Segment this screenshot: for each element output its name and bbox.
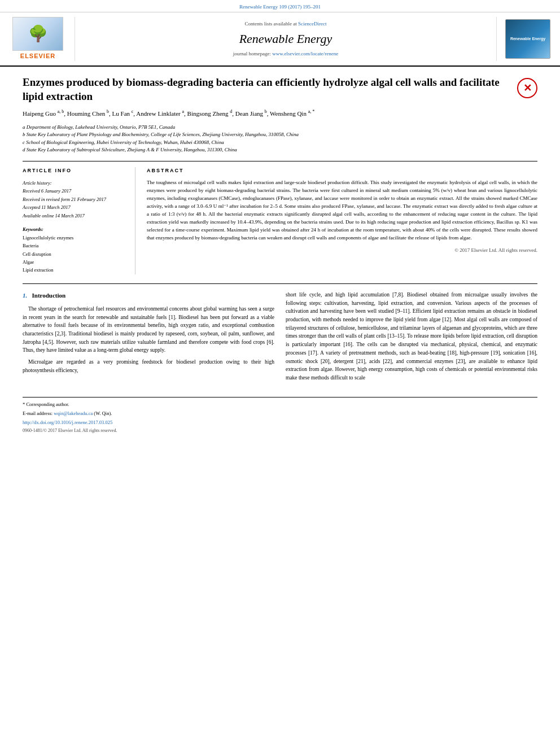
- keywords-section: Keywords: Lignocellulolytic enzymes Bact…: [23, 225, 128, 274]
- email-line: E-mail address: wqin@lakeheadu.ca (W. Qi…: [23, 410, 537, 417]
- doi-line: http://dx.doi.org/10.1016/j.renene.2017.…: [23, 419, 537, 426]
- intro-para2: Microalgae are regarded as a very promis…: [23, 358, 274, 374]
- abstract-text: The toughness of microalgal cell walls m…: [147, 179, 537, 242]
- author-dean: Dean Jiang b,: [235, 110, 270, 117]
- page: Renewable Energy 109 (2017) 195–201 ELSE…: [0, 0, 560, 747]
- author-lu: Lu Fan c,: [112, 110, 137, 117]
- keyword-1: Lignocellulolytic enzymes: [23, 234, 128, 242]
- doi-link[interactable]: http://dx.doi.org/10.1016/j.renene.2017.…: [23, 420, 112, 425]
- elsevier-tree-icon: [12, 17, 63, 51]
- issn-line: 0960-1481/© 2017 Elsevier Ltd. All right…: [23, 427, 537, 434]
- intro-para3: short life cycle, and high lipid accumul…: [286, 291, 537, 382]
- journal-header: ELSEVIER Contents lists available at Sci…: [0, 12, 560, 67]
- journal-ref-text: Renewable Energy 109 (2017) 195–201: [239, 4, 321, 10]
- abstract-col: ABSTRACT The toughness of microalgal cel…: [147, 167, 537, 274]
- elsevier-logo: ELSEVIER: [12, 17, 63, 61]
- affiliation-c: c School of Biological Engineering, Hube…: [23, 139, 537, 147]
- elsevier-logo-area: ELSEVIER: [7, 17, 69, 61]
- email-person: (W. Qin).: [94, 410, 112, 416]
- keywords-label: Keywords:: [23, 225, 128, 233]
- authors-line: Haipeng Guo a, b, Houming Chen b, Lu Fan…: [23, 109, 537, 119]
- sciencedirect-link[interactable]: ScienceDirect: [298, 21, 326, 27]
- intro-two-col: 1. Introduction The shortage of petroche…: [23, 283, 537, 386]
- homepage-label: journal homepage:: [233, 51, 271, 56]
- author-wensheng: Wensheng Qin a, *: [270, 110, 314, 117]
- author-houming: Houming Chen b,: [67, 110, 112, 117]
- revised-date: Received in revised form 21 February 201…: [23, 195, 128, 203]
- crossmark-area[interactable]: ✕: [517, 78, 537, 98]
- email-link[interactable]: wqin@lakeheadu.ca: [54, 410, 93, 416]
- re-logo-area: Renewable Energy: [502, 17, 553, 61]
- corresponding-note: * Corresponding author.: [23, 401, 537, 408]
- intro-number: 1.: [23, 292, 30, 299]
- intro-para1: The shortage of petrochemical fuel resou…: [23, 305, 274, 355]
- elsevier-brand-text: ELSEVIER: [20, 52, 55, 61]
- received-date: Received 6 January 2017: [23, 187, 128, 195]
- homepage-line: journal homepage: www.elsevier.com/locat…: [233, 50, 338, 58]
- keyword-4: Algae: [23, 258, 128, 266]
- journal-title-area: Contents lists available at ScienceDirec…: [75, 17, 497, 61]
- homepage-url[interactable]: www.elsevier.com/locate/renene: [272, 51, 338, 56]
- history-label: Article history:: [23, 179, 128, 187]
- journal-reference-bar: Renewable Energy 109 (2017) 195–201: [0, 0, 560, 12]
- article-history: Article history: Received 6 January 2017…: [23, 179, 128, 220]
- renewable-energy-logo: Renewable Energy: [505, 19, 550, 59]
- article-info-col: ARTICLE INFO Article history: Received 6…: [23, 167, 135, 274]
- email-label: E-mail address:: [23, 410, 53, 416]
- author-andrew: Andrew Linklater a,: [136, 110, 187, 117]
- contents-text: Contents lists available at: [245, 21, 297, 27]
- journal-title: Renewable Energy: [239, 30, 333, 48]
- intro-heading: 1. Introduction: [23, 291, 274, 300]
- intro-col1: 1. Introduction The shortage of petroche…: [23, 291, 274, 386]
- affiliation-a: a Department of Biology, Lakehead Univer…: [23, 124, 537, 132]
- accepted-date: Accepted 11 March 2017: [23, 203, 128, 211]
- main-content: Enzymes produced by biomass-degrading ba…: [0, 67, 560, 443]
- available-date: Available online 14 March 2017: [23, 212, 128, 220]
- info-abstract-area: ARTICLE INFO Article history: Received 6…: [23, 161, 537, 274]
- affiliation-d: d State Key Laboratory of Subtropical Si…: [23, 146, 537, 154]
- affiliation-b: b State Key Laboratory of Plant Physiolo…: [23, 131, 537, 139]
- contents-line: Contents lists available at ScienceDirec…: [245, 20, 327, 28]
- affiliations: a Department of Biology, Lakehead Univer…: [23, 124, 537, 154]
- intro-col2: short life cycle, and high lipid accumul…: [286, 291, 537, 386]
- copyright-line: © 2017 Elsevier Ltd. All rights reserved…: [147, 247, 537, 254]
- author-haipeng: Haipeng Guo a, b,: [23, 110, 67, 117]
- keyword-3: Cell disruption: [23, 250, 128, 258]
- abstract-heading: ABSTRACT: [147, 167, 537, 174]
- keyword-2: Bacteria: [23, 242, 128, 250]
- title-row: Enzymes produced by biomass-degrading ba…: [23, 76, 537, 109]
- keyword-5: Lipid extraction: [23, 266, 128, 274]
- corresponding-label: * Corresponding author.: [23, 401, 69, 407]
- article-info-heading: ARTICLE INFO: [23, 167, 128, 174]
- article-title: Enzymes produced by biomass-degrading ba…: [23, 76, 511, 103]
- author-bingsong: Bingsong Zheng d,: [187, 110, 235, 117]
- intro-label: Introduction: [32, 292, 66, 299]
- footer-area: * Corresponding author. E-mail address: …: [23, 397, 537, 434]
- introduction-section: 1. Introduction The shortage of petroche…: [23, 283, 537, 386]
- crossmark-icon[interactable]: ✕: [517, 78, 537, 98]
